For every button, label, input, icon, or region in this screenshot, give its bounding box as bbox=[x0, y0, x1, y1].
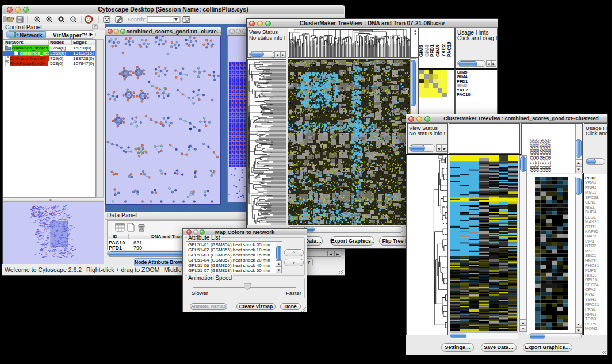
svg-text:1:1: 1:1 bbox=[72, 18, 75, 21]
svg-text:GIM5: GIM5 bbox=[418, 45, 424, 57]
svg-text:PFD1: PFD1 bbox=[429, 44, 435, 57]
svg-text:YKE2: YKE2 bbox=[441, 44, 446, 57]
svg-text:GIM3: GIM3 bbox=[435, 45, 441, 57]
svg-text:GIM4: GIM4 bbox=[424, 45, 430, 57]
svg-text:PAC10: PAC10 bbox=[446, 41, 452, 57]
svg-text:Search:: Search: bbox=[128, 17, 146, 22]
